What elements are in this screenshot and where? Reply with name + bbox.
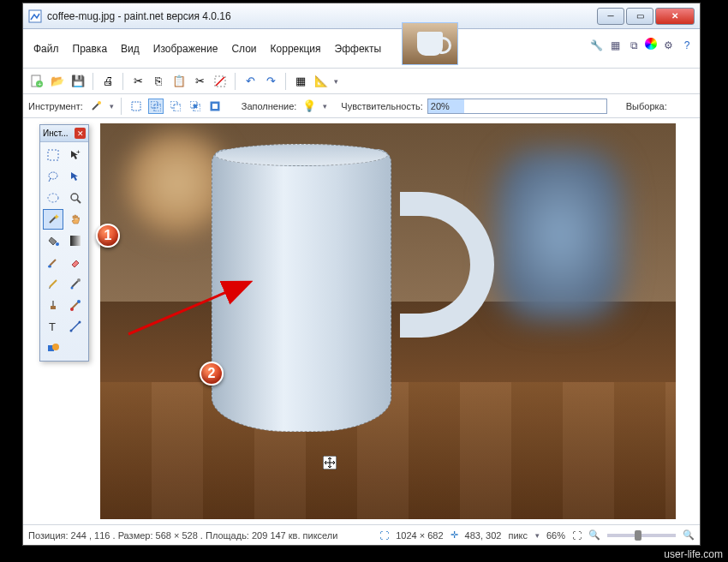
- status-zoom[interactable]: 66%: [546, 530, 565, 541]
- menu-file[interactable]: Файл: [27, 39, 66, 58]
- titlebar[interactable]: coffee-mug.jpg - paint.net версия 4.0.16…: [23, 3, 700, 29]
- new-icon[interactable]: +: [28, 73, 45, 90]
- svg-point-40: [77, 300, 81, 303]
- app-icon: [28, 9, 42, 23]
- sensitivity-label: Чувствительность:: [341, 101, 422, 111]
- zoom-tool[interactable]: [65, 188, 86, 208]
- selmode-replace[interactable]: [128, 99, 144, 114]
- selmode-subtract[interactable]: [168, 99, 183, 114]
- line-tool[interactable]: [65, 316, 86, 337]
- wand-icon[interactable]: 🔧: [588, 38, 604, 53]
- flood-mode-icon[interactable]: 💡: [301, 98, 318, 115]
- shapes-tool[interactable]: [43, 338, 63, 358]
- svg-line-22: [49, 178, 51, 182]
- deselect-icon[interactable]: [212, 73, 229, 90]
- undo-icon[interactable]: ↶: [242, 73, 259, 90]
- ellipse-select-tool[interactable]: [43, 188, 63, 208]
- menubar: Файл Правка Вид Изображение Слои Коррекц…: [23, 29, 700, 69]
- svg-rect-17: [212, 104, 218, 109]
- clone-tool[interactable]: [43, 295, 63, 315]
- help-icon[interactable]: ?: [679, 38, 695, 53]
- bucket-tool[interactable]: [43, 230, 63, 251]
- minimize-button[interactable]: ─: [597, 8, 624, 25]
- gradient-tool[interactable]: [65, 230, 86, 251]
- svg-rect-15: [194, 105, 197, 108]
- save-icon[interactable]: 💾: [69, 73, 87, 90]
- color-wheel-icon[interactable]: .: [645, 38, 657, 50]
- close-button[interactable]: ✕: [655, 8, 695, 25]
- cursor-icon: ✛: [451, 529, 458, 541]
- zoom-out-icon[interactable]: 🔍: [588, 529, 600, 541]
- rect-select-tool[interactable]: [43, 145, 63, 165]
- magic-wand-tool[interactable]: [43, 209, 63, 230]
- status-unit[interactable]: пикс: [508, 530, 528, 541]
- options-toolbar: Инструмент: ▾ Заполнение: 💡▾ Чувствитель…: [23, 94, 700, 118]
- brush-tool[interactable]: [43, 252, 63, 272]
- gear-icon[interactable]: ⚙: [660, 38, 676, 53]
- svg-line-6: [92, 104, 98, 110]
- open-icon[interactable]: 📂: [49, 73, 66, 90]
- svg-text:T: T: [49, 320, 56, 332]
- svg-rect-12: [174, 105, 181, 111]
- pencil-tool[interactable]: [43, 273, 63, 294]
- tools-title: Инст...: [43, 129, 69, 138]
- paste-icon[interactable]: 📋: [170, 73, 188, 90]
- recolor-tool[interactable]: [65, 295, 86, 315]
- svg-line-38: [72, 302, 78, 308]
- menu-edit[interactable]: Правка: [66, 39, 115, 58]
- menu-view[interactable]: Вид: [114, 39, 146, 58]
- eraser-tool[interactable]: [65, 252, 86, 272]
- empty-slot: [65, 338, 86, 358]
- tools-close-icon[interactable]: ✕: [75, 128, 86, 139]
- maximize-button[interactable]: ▭: [626, 8, 653, 25]
- svg-text:+: +: [38, 81, 42, 88]
- annotation-arrow: [120, 266, 266, 351]
- svg-point-7: [98, 101, 101, 105]
- fit-icon[interactable]: ⛶: [572, 530, 582, 541]
- lasso-tool[interactable]: [43, 166, 63, 187]
- windows-icon[interactable]: ▦: [607, 38, 623, 53]
- pan-tool[interactable]: [65, 209, 86, 230]
- annotation-marker-1: 1: [96, 224, 120, 248]
- ruler-icon[interactable]: 📐: [313, 73, 330, 90]
- redo-icon[interactable]: ↷: [262, 73, 279, 90]
- svg-line-48: [128, 283, 248, 334]
- sensitivity-input[interactable]: 20%: [427, 99, 607, 114]
- svg-point-35: [70, 287, 73, 290]
- image-thumbnail[interactable]: [402, 22, 458, 65]
- svg-point-27: [56, 242, 59, 246]
- copy-icon[interactable]: ⎘: [150, 73, 167, 90]
- svg-rect-36: [51, 306, 56, 309]
- window-title: coffee-mug.jpg - paint.net версия 4.0.16: [47, 10, 595, 22]
- selmode-intersect[interactable]: [188, 99, 203, 114]
- tools-panel[interactable]: Инст... ✕ + T: [39, 124, 89, 362]
- menu-image[interactable]: Изображение: [146, 39, 225, 58]
- cut-icon[interactable]: ✂: [129, 73, 146, 90]
- selmode-add[interactable]: [148, 99, 164, 114]
- statusbar: Позиция: 244 , 116 . Размер: 568 × 528 .…: [23, 524, 700, 545]
- crop-icon[interactable]: ✂: [191, 73, 208, 90]
- menu-effects[interactable]: Эффекты: [328, 39, 389, 58]
- svg-point-24: [71, 194, 78, 200]
- svg-point-34: [77, 278, 81, 282]
- menu-layers[interactable]: Слои: [224, 39, 263, 58]
- eyedropper-tool[interactable]: [65, 273, 86, 294]
- print-icon[interactable]: 🖨: [99, 73, 116, 90]
- watermark: user-life.com: [664, 548, 723, 560]
- zoom-in-icon[interactable]: 🔍: [683, 529, 695, 541]
- menu-adjust[interactable]: Коррекция: [264, 39, 328, 58]
- selmode-xor[interactable]: [207, 99, 223, 114]
- overlay-icon[interactable]: ⧉: [626, 38, 641, 53]
- sampling-label: Выборка:: [626, 101, 667, 111]
- sensitivity-value: 20%: [428, 99, 464, 113]
- move-cursor-icon: [323, 456, 337, 469]
- text-tool[interactable]: T: [43, 316, 63, 337]
- move-selection-tool[interactable]: +: [65, 145, 86, 165]
- wand-tool-icon[interactable]: [87, 98, 104, 115]
- svg-text:+: +: [76, 149, 81, 156]
- svg-point-23: [48, 194, 58, 202]
- zoom-slider[interactable]: [607, 534, 676, 537]
- status-position: Позиция: 244 , 116 . Размер: 568 × 528 .…: [28, 530, 337, 541]
- move-tool[interactable]: [65, 166, 86, 187]
- grid-icon[interactable]: ▦: [292, 73, 309, 90]
